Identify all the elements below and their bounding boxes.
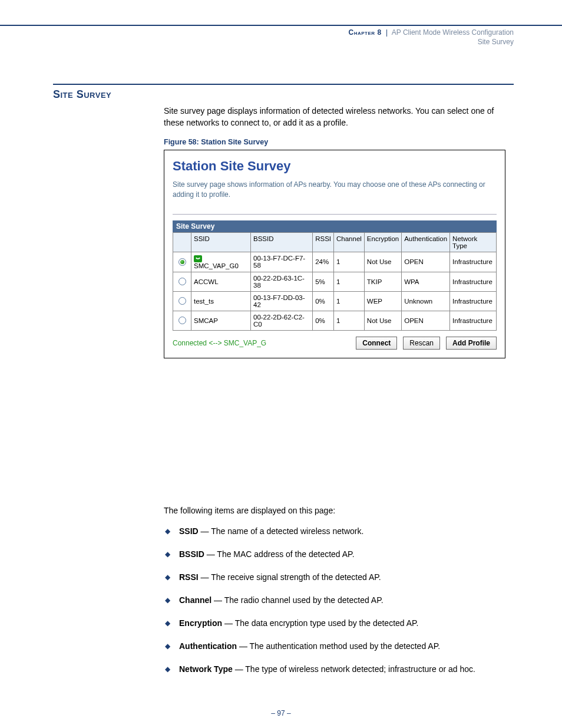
list-item: Encryption — The data encryption type us… xyxy=(164,617,514,630)
cell-ntype: Infrastructure xyxy=(450,311,497,330)
cell-bssid: 00-22-2D-62-C2-C0 xyxy=(251,311,313,330)
table-row[interactable]: test_ts 00-13-F7-DD-03-42 0% 1 WEP Unkno… xyxy=(173,291,497,311)
term: SSID xyxy=(179,526,199,536)
term: Encryption xyxy=(179,618,222,628)
cell-bssid: 00-13-F7-DD-03-42 xyxy=(251,291,313,311)
cell-auth: OPEN xyxy=(402,311,450,330)
cell-encryption: Not Use xyxy=(364,252,401,272)
term: Channel xyxy=(179,595,211,605)
desc: — The radio channel used by the detected… xyxy=(211,595,383,605)
desc: — The receive signal strength of the det… xyxy=(199,572,381,582)
col-ntype: Network Type xyxy=(450,232,497,252)
connected-icon xyxy=(194,255,202,262)
term: RSSI xyxy=(179,572,199,582)
col-radio xyxy=(173,232,191,252)
select-radio[interactable] xyxy=(178,297,186,305)
table-row[interactable]: SMCAP 00-22-2D-62-C2-C0 0% 1 Not Use OPE… xyxy=(173,311,497,330)
figure-caption: Figure 58: Station Site Survey xyxy=(164,138,268,146)
cell-auth: Unknown xyxy=(402,291,450,311)
cell-channel: 1 xyxy=(334,291,365,311)
col-encryption: Encryption xyxy=(364,232,401,252)
cell-encryption: TKIP xyxy=(364,272,401,291)
panel-title: Station Site Survey xyxy=(173,159,497,174)
select-radio[interactable] xyxy=(178,258,186,266)
post-figure-text: The following items are displayed on thi… xyxy=(164,505,514,686)
table-header-row: SSID BSSID RSSI Channel Encryption Authe… xyxy=(173,232,497,252)
select-radio[interactable] xyxy=(178,317,186,324)
running-header: Chapter 8 | AP Client Mode Wireless Conf… xyxy=(0,25,562,46)
select-radio[interactable] xyxy=(178,278,186,285)
cell-ssid: test_ts xyxy=(191,291,251,311)
cell-channel: 1 xyxy=(334,272,365,291)
figure-panel: Station Site Survey Site survey page sho… xyxy=(164,150,505,358)
cell-ntype: Infrastructure xyxy=(450,252,497,272)
page-number: – 97 – xyxy=(0,709,562,717)
col-rssi: RSSI xyxy=(313,232,334,252)
list-item: BSSID — The MAC address of the detected … xyxy=(164,548,514,561)
cell-rssi: 5% xyxy=(313,272,334,291)
list-item: RSSI — The receive signal strength of th… xyxy=(164,571,514,584)
site-survey-table: SSID BSSID RSSI Channel Encryption Authe… xyxy=(173,232,497,331)
cell-rssi: 0% xyxy=(313,291,334,311)
col-bssid: BSSID xyxy=(251,232,313,252)
table-row[interactable]: SMC_VAP_G0 00-13-F7-DC-F7-58 24% 1 Not U… xyxy=(173,252,497,272)
list-item: Channel — The radio channel used by the … xyxy=(164,594,514,607)
desc: — The type of wireless network detected;… xyxy=(233,664,475,674)
term: BSSID xyxy=(179,549,204,559)
chapter-title: AP Client Mode Wireless Configuration xyxy=(392,28,514,37)
desc: — The authentication method used by the … xyxy=(237,641,440,651)
cell-bssid: 00-22-2D-63-1C-38 xyxy=(251,272,313,291)
connect-button[interactable]: Connect xyxy=(356,337,397,350)
panel-description: Site survey page shows information of AP… xyxy=(173,180,497,200)
desc: — The MAC address of the detected AP. xyxy=(204,549,355,559)
cell-rssi: 24% xyxy=(313,252,334,272)
panel-divider xyxy=(173,214,497,215)
chapter-label: Chapter 8 xyxy=(349,28,382,37)
col-ssid: SSID xyxy=(191,232,251,252)
section-title: Site Survey xyxy=(53,88,111,101)
intro-paragraph: Site survey page displays information of… xyxy=(164,105,514,129)
list-item: SSID — The name of a detected wireless n… xyxy=(164,525,514,538)
desc: — The name of a detected wireless networ… xyxy=(199,526,364,536)
rescan-button[interactable]: Rescan xyxy=(403,337,440,350)
term: Authentication xyxy=(179,641,237,651)
cell-channel: 1 xyxy=(334,311,365,330)
col-channel: Channel xyxy=(334,232,365,252)
cell-ntype: Infrastructure xyxy=(450,272,497,291)
cell-rssi: 0% xyxy=(313,311,334,330)
separator: | xyxy=(386,28,388,37)
col-auth: Authentication xyxy=(402,232,450,252)
cell-encryption: Not Use xyxy=(364,311,401,330)
table-row[interactable]: ACCWL 00-22-2D-63-1C-38 5% 1 TKIP WPA In… xyxy=(173,272,497,291)
cell-ntype: Infrastructure xyxy=(450,291,497,311)
definition-list: SSID — The name of a detected wireless n… xyxy=(164,525,514,676)
section-rule xyxy=(53,84,514,85)
cell-auth: OPEN xyxy=(402,252,450,272)
add-profile-button[interactable]: Add Profile xyxy=(446,337,497,350)
cell-ssid: ACCWL xyxy=(191,272,251,291)
panel-footer: Connected <--> SMC_VAP_G Connect Rescan … xyxy=(173,337,497,350)
header-subtitle: Site Survey xyxy=(0,38,514,46)
connection-status: Connected <--> SMC_VAP_G xyxy=(173,339,350,347)
list-item: Authentication — The authentication meth… xyxy=(164,640,514,653)
post-intro: The following items are displayed on thi… xyxy=(164,505,514,517)
cell-encryption: WEP xyxy=(364,291,401,311)
cell-ssid: SMCAP xyxy=(191,311,251,330)
table-title-bar: Site Survey xyxy=(173,220,497,232)
term: Network Type xyxy=(179,664,233,674)
ssid-text: SMC_VAP_G0 xyxy=(194,262,239,269)
cell-ssid: SMC_VAP_G0 xyxy=(191,252,251,272)
list-item: Network Type — The type of wireless netw… xyxy=(164,663,514,676)
cell-bssid: 00-13-F7-DC-F7-58 xyxy=(251,252,313,272)
desc: — The data encryption type used by the d… xyxy=(222,618,418,628)
cell-auth: WPA xyxy=(402,272,450,291)
cell-channel: 1 xyxy=(334,252,365,272)
